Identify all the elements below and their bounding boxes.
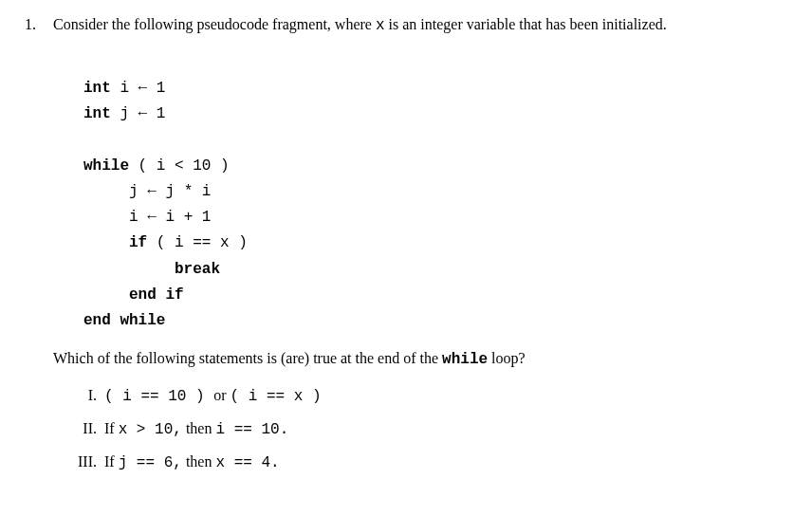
kw-while: while <box>83 157 129 175</box>
roman-III: III. <box>72 451 97 473</box>
followup-question: Which of the following statements is (ar… <box>53 347 787 371</box>
opt-III-code1: j == 6, <box>119 454 182 471</box>
opt-II-code1: x > 10, <box>119 421 182 438</box>
opt-II-mid: then <box>182 420 216 436</box>
option-III: III. If j == 6, then x == 4. <box>72 451 787 474</box>
question-prompt: Consider the following pseudocode fragme… <box>53 13 787 37</box>
opt-III-prefix: If <box>104 453 119 470</box>
opt-I-code1: ( i == 10 ) <box>104 388 213 405</box>
kw-break: break <box>175 261 220 278</box>
followup-prefix: Which of the following statements is (ar… <box>53 350 442 366</box>
prompt-prefix: Consider the following pseudocode fragme… <box>53 16 376 32</box>
pseudocode-block: int i ← 1 int j ← 1 while ( i < 10 ) j ←… <box>83 50 787 334</box>
option-II: II. If x > 10, then i == 10. <box>72 417 787 441</box>
followup-code: while <box>442 351 488 368</box>
opt-II-code2: i == 10. <box>215 421 288 438</box>
opt-II-prefix: If <box>104 420 119 436</box>
options-list: I. ( i == 10 ) or ( i == x ) II. If x > … <box>72 384 787 474</box>
prompt-suffix: is an integer variable that has been ini… <box>385 16 667 32</box>
opt-I-code2: ( i == x ) <box>231 388 322 405</box>
code-line-6: ( i == x ) <box>147 234 248 251</box>
opt-III-mid: then <box>182 453 216 470</box>
kw-int-2: int <box>83 105 111 122</box>
kw-endwhile: end while <box>83 312 165 329</box>
code-line-3: ( i < 10 ) <box>129 157 230 175</box>
question-header: 1. Consider the following pseudocode fra… <box>25 13 787 37</box>
code-line-4: j ← j * i <box>129 183 211 200</box>
option-I: I. ( i == 10 ) or ( i == x ) <box>72 384 787 408</box>
opt-III-code2: x == 4. <box>215 454 279 471</box>
kw-endif: end if <box>129 286 184 304</box>
followup-suffix: loop? <box>488 350 526 366</box>
code-line-5: i ← i + 1 <box>129 209 211 226</box>
question-number: 1. <box>25 13 53 36</box>
roman-I: I. <box>72 384 97 407</box>
prompt-var-x: x <box>376 17 385 34</box>
opt-I-or: or <box>213 387 230 403</box>
kw-int-1: int <box>83 80 111 97</box>
code-line-2: j ← 1 <box>111 105 166 122</box>
kw-if: if <box>129 234 147 251</box>
code-line-1: i ← 1 <box>111 80 166 97</box>
roman-II: II. <box>72 417 97 440</box>
